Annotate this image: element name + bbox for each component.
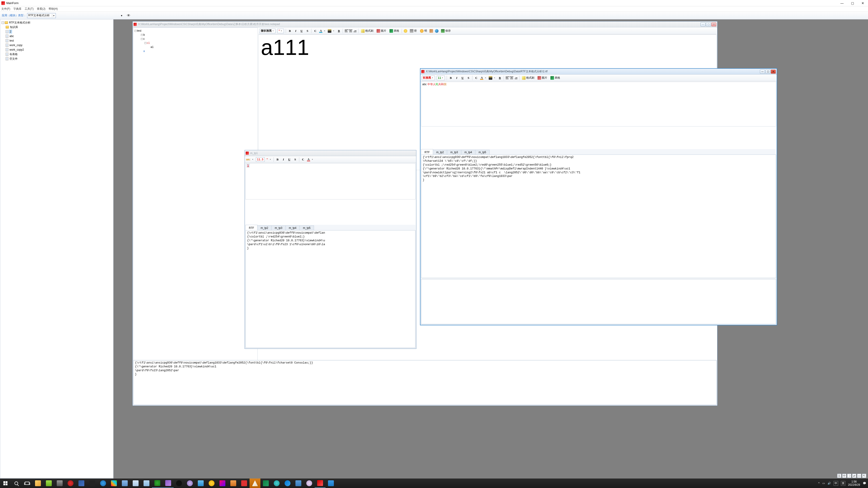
align-right-button[interactable] <box>514 76 518 79</box>
tree-row[interactable]: a1 <box>134 45 256 49</box>
taskbar-app[interactable] <box>293 479 304 488</box>
tree-row[interactable]: −c <box>134 37 256 41</box>
emoji-button[interactable] <box>404 29 407 33</box>
strikethrough-button[interactable]: S <box>466 75 470 80</box>
menu-tools[interactable]: 工具(T) <box>25 7 33 11</box>
taskbar-app[interactable] <box>239 479 250 488</box>
underline-button[interactable]: U <box>460 75 465 80</box>
bold-underline-button[interactable]: B <box>498 75 502 80</box>
minimize-button[interactable]: — <box>701 22 706 26</box>
font-name-combo[interactable]: 软雅黑▾ <box>422 76 435 80</box>
tree-item[interactable]: work_copy2 <box>1 47 113 52</box>
underline-button[interactable]: U <box>300 29 304 33</box>
tree-root[interactable]: − RTF文本格式分析 <box>1 20 113 25</box>
taskbar-app[interactable] <box>119 479 130 488</box>
rtf-source-text[interactable]: {\rtf1\ansi\ansicpg936\deff0\nouicompat\… <box>246 230 415 348</box>
taskbar-app[interactable] <box>195 479 206 488</box>
align-center-button[interactable] <box>349 29 352 33</box>
tab-m-tp5[interactable]: m_tp5 <box>300 225 314 230</box>
close-button[interactable]: ✕ <box>858 0 868 6</box>
insert-table-button[interactable]: 表格 <box>550 76 561 80</box>
tree-row[interactable]: −test <box>134 29 256 33</box>
tree-item[interactable]: abc <box>1 34 113 38</box>
status-cell[interactable]: 中 <box>842 474 846 478</box>
tree-row[interactable]: a <box>134 49 256 53</box>
editor-content[interactable]: abc 中华人民共和国 <box>421 82 776 127</box>
font-size-combo[interactable]: "▾ <box>277 29 284 33</box>
tree-item[interactable]: 知识库 <box>1 25 113 29</box>
maximize-button[interactable]: ▢ <box>847 0 858 6</box>
taskbar-app[interactable] <box>54 479 65 488</box>
tab-m-tp2[interactable]: m_tp2 <box>257 225 272 230</box>
font-size-combo[interactable]: 11.5 <box>256 157 265 162</box>
status-cell[interactable]: ⇱ <box>862 474 866 478</box>
taskbar-app[interactable] <box>163 479 174 488</box>
taskbar-app[interactable] <box>206 479 217 488</box>
tree-item[interactable]: 有表格 <box>1 52 113 57</box>
strikethrough-button[interactable]: S <box>293 157 297 162</box>
menu-view[interactable]: 查看(J) <box>37 7 45 11</box>
child-titlebar[interactable]: m_tp1 <box>245 150 416 156</box>
child-titlebar[interactable]: X:\Work\LanHang\Project\Windows\CS\CShar… <box>421 69 777 74</box>
module-type-combo[interactable]: RTF文本格式分析 ▾ <box>27 13 56 18</box>
font-color-button[interactable]: A <box>480 76 483 80</box>
child-titlebar[interactable]: X:\Work\LanHang\Project\Windows\CS\CShar… <box>133 22 717 27</box>
tab-rtf[interactable]: RTF <box>246 225 257 230</box>
collapse-icon[interactable]: − <box>134 30 136 32</box>
start-button[interactable] <box>0 479 11 488</box>
taskbar-app[interactable] <box>260 479 271 488</box>
tab-m-tp3[interactable]: m_tp3 <box>447 150 461 155</box>
clock[interactable]: 1:56 2022/8/29 <box>848 480 860 487</box>
italic-button[interactable]: I <box>455 75 459 80</box>
taskbar-app[interactable] <box>87 479 98 488</box>
italic-button[interactable]: I <box>293 29 298 33</box>
rtf-source-text[interactable]: {\rtf1\ansi\ansicpg936\deff0\nouicompat\… <box>133 360 716 404</box>
task-view-button[interactable] <box>22 479 33 488</box>
ime-indicator[interactable]: 中 <box>834 481 838 486</box>
chevron-down-icon[interactable]: ▾ <box>121 14 122 17</box>
taskbar-app[interactable] <box>304 479 315 488</box>
font-color-button[interactable]: A <box>319 29 322 33</box>
collapse-icon[interactable]: − <box>2 22 4 24</box>
close-button[interactable]: ✕ <box>711 22 716 26</box>
tree-row[interactable]: +b <box>134 33 256 37</box>
taskbar-app[interactable] <box>108 479 119 488</box>
tab-m-tp4[interactable]: m_tp4 <box>285 225 300 230</box>
taskbar-app[interactable] <box>98 479 108 488</box>
clear-format-button[interactable]: C <box>313 29 317 33</box>
minimize-button[interactable]: — <box>837 0 847 6</box>
taskbar-app[interactable] <box>315 479 326 488</box>
bold-button[interactable]: B <box>449 75 453 80</box>
taskbar-app[interactable] <box>43 479 54 488</box>
tree-row[interactable]: −c1 <box>134 41 256 45</box>
taskbar-app[interactable] <box>326 479 336 488</box>
status-cell[interactable]: ▭ <box>857 474 861 478</box>
taskbar-app[interactable] <box>152 479 163 488</box>
eye-icon[interactable]: 👁 <box>127 13 130 18</box>
expand-icon[interactable]: + <box>141 34 143 36</box>
close-button[interactable]: ✕ <box>771 70 776 74</box>
taskbar-app[interactable] <box>174 479 184 488</box>
italic-button[interactable]: I <box>281 157 285 162</box>
tree-item[interactable]: 空文件 <box>1 57 113 61</box>
taskbar-app[interactable] <box>33 479 43 488</box>
status-cell[interactable]: ⇄ <box>852 474 856 478</box>
tray-volume-icon[interactable]: 🔊 <box>828 482 831 485</box>
bold-button[interactable]: B <box>276 157 280 162</box>
clear-format-button[interactable]: C <box>474 75 478 80</box>
taskbar-app[interactable] <box>184 479 195 488</box>
tab-m-tp5[interactable]: m_tp5 <box>475 150 489 155</box>
font-size-combo[interactable]: 11▾ <box>437 76 445 80</box>
editor-content[interactable]: 1 <box>246 163 415 199</box>
taskbar-app[interactable] <box>282 479 293 488</box>
menu-help[interactable]: 帮助(H) <box>49 7 58 11</box>
taskbar-app[interactable] <box>271 479 282 488</box>
tree-item[interactable]: test <box>1 38 113 43</box>
taskbar-app[interactable] <box>65 479 76 488</box>
rtf-source-text[interactable]: {\rtf1\ansi\ansicpg936\deff0\nouicompat\… <box>421 155 776 278</box>
taskbar-app[interactable] <box>130 479 141 488</box>
collapse-icon[interactable]: − <box>141 38 143 40</box>
clear-format-button[interactable]: C <box>301 157 305 162</box>
options-button[interactable] <box>430 29 433 33</box>
maximize-button[interactable]: ▢ <box>706 22 711 26</box>
